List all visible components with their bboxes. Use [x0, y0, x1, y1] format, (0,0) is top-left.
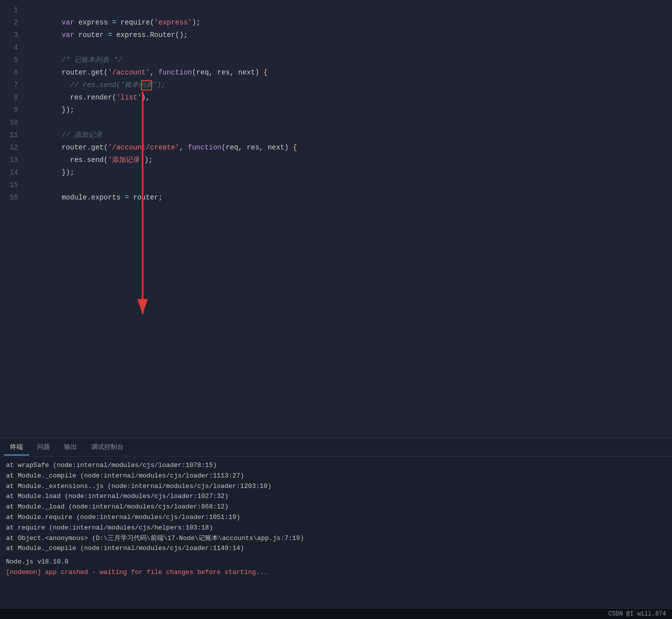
code-line-9	[28, 104, 672, 116]
code-line-6: // res.send('账本列表');	[28, 66, 672, 79]
code-line-4: /* 记账本列表 */	[28, 42, 672, 54]
terminal-panel: 终端 问题 输出 调试控制台 at wrapSafe (node:interna…	[0, 438, 672, 608]
code-line-11: router.get('/account/create', function(r…	[28, 129, 672, 142]
code-line-15: module.exports = router;	[28, 179, 672, 192]
terminal-line-9: at Module._compile (node:internal/module…	[6, 544, 666, 554]
code-line-13: });	[28, 154, 672, 166]
code-line-3	[28, 29, 672, 42]
tab-problems[interactable]: 问题	[31, 440, 56, 456]
terminal-line-6: at Module.require (node:internal/modules…	[6, 512, 666, 523]
terminal-line-8: at Object.<anonymous> (D:\三月学习代码\前端\17-N…	[6, 534, 666, 544]
code-line-12: res.send('添加记录');	[28, 142, 672, 154]
terminal-line-1: at wrapSafe (node:internal/modules/cjs/l…	[6, 460, 666, 471]
code-line-2: var router = express.Router();	[28, 16, 672, 29]
terminal-line-2: at Module._compile (node:internal/module…	[6, 471, 666, 482]
code-line-10: // 添加记录	[28, 116, 672, 129]
tab-terminal[interactable]: 终端	[4, 440, 29, 456]
status-bar: CSDN @I will.874	[0, 608, 672, 619]
terminal-line-4: at Module.load (node:internal/modules/cj…	[6, 492, 666, 502]
line-numbers: 1 2 3 4 5 6 7 8 9 10 11 12 13 14 15 16	[0, 4, 24, 438]
status-bar-right-text: CSDN @I will.874	[608, 610, 666, 618]
terminal-node-version: Node.js v18.10.0	[6, 557, 666, 568]
terminal-tabs-bar: 终端 问题 输出 调试控制台	[0, 438, 672, 456]
terminal-line-7: at require (node:internal/modules/cjs/he…	[6, 523, 666, 534]
code-line-14	[28, 166, 672, 179]
code-line-5: router.get('/account', function(req, res…	[28, 54, 672, 66]
code-line-8: });	[28, 92, 672, 104]
tab-debug-console[interactable]: 调试控制台	[85, 440, 130, 456]
code-editor: 1 2 3 4 5 6 7 8 9 10 11 12 13 14 15 16 v…	[0, 0, 672, 438]
code-line-7: res.render('list'),	[28, 79, 672, 92]
code-line-16	[28, 192, 672, 204]
terminal-crash-message: [nodemon] app crashed - waiting for file…	[6, 568, 666, 578]
tab-output[interactable]: 输出	[58, 440, 83, 456]
terminal-line-5: at Module._load (node:internal/modules/c…	[6, 502, 666, 512]
terminal-output[interactable]: at wrapSafe (node:internal/modules/cjs/l…	[0, 456, 672, 608]
code-line-1: var express = require('express');	[28, 4, 672, 16]
terminal-line-3: at Module._extensions..js (node:internal…	[6, 482, 666, 492]
code-content[interactable]: var express = require('express'); var ro…	[24, 4, 672, 438]
